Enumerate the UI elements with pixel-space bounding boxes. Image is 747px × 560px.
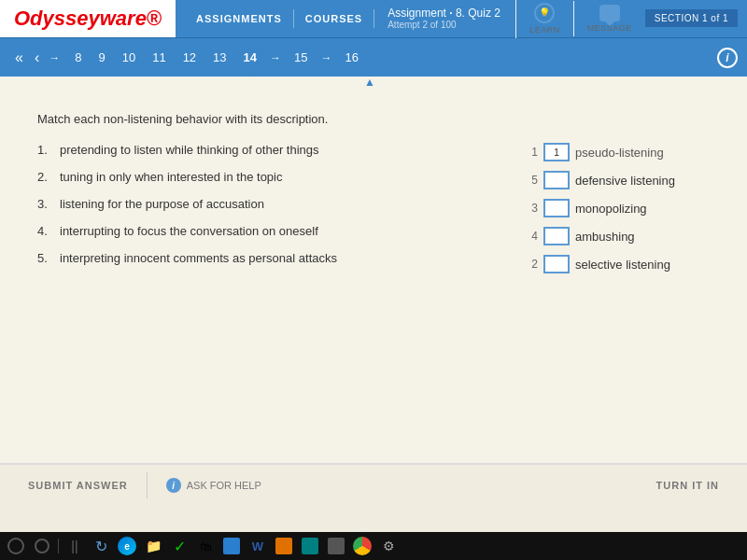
blue-app-icon (223, 538, 240, 554)
store-icon: 🛍 (200, 539, 212, 553)
main-content: Match each non-listening behavior with i… (0, 90, 747, 463)
left-column: 1. pretending to listen while thinking o… (37, 143, 467, 278)
arrow-15: → (266, 51, 285, 64)
word-icon: W (252, 539, 263, 553)
learn-icon: 💡 (534, 3, 555, 23)
match-label-2: monopolizing (575, 202, 647, 216)
message-button[interactable]: MESSAGE (573, 1, 645, 36)
ask-for-help-button[interactable]: i ASK FOR HELP (166, 478, 261, 493)
chrome-icon (353, 537, 372, 555)
nav-assignments[interactable]: ASSIGNMENTS (185, 13, 293, 24)
arrow-8: → (45, 51, 63, 64)
page-15[interactable]: 15 (287, 49, 315, 66)
match-item-3: 4 ambushing (523, 227, 710, 245)
list-item: 4. interrupting to focus the conversatio… (37, 224, 467, 238)
refresh-icon: ↻ (95, 538, 107, 555)
page-10[interactable]: 10 (115, 49, 143, 66)
cortana-icon: || (71, 539, 78, 553)
match-container: 1. pretending to listen while thinking o… (37, 143, 710, 278)
pagination-bar: « ‹ → 8 9 10 11 12 13 14 → 15 → 16 i (0, 37, 747, 77)
bottom-divider (147, 472, 148, 498)
learn-button[interactable]: 💡 LEARN (515, 0, 573, 38)
turn-it-in-button[interactable]: TURN IT IN (656, 480, 719, 491)
assignment-attempt: Attempt 2 of 100 (388, 20, 500, 30)
edge-icon: e (118, 537, 136, 555)
settings-app[interactable]: ⚙ (378, 536, 399, 556)
check-icon: ✓ (174, 538, 186, 555)
match-box-0[interactable]: 1 (543, 143, 570, 161)
page-16[interactable]: 16 (338, 49, 366, 66)
teal-app-icon (302, 538, 318, 554)
nav-right: 💡 LEARN MESSAGE SECTION 1 of 1 (515, 0, 738, 38)
chrome-browser[interactable] (352, 536, 373, 556)
check-app[interactable]: ✓ (169, 536, 190, 556)
page-9[interactable]: 9 (91, 49, 112, 66)
match-label-3: ambushing (575, 230, 635, 244)
blue-app[interactable] (221, 536, 242, 556)
page-13[interactable]: 13 (205, 49, 233, 66)
match-box-4[interactable] (543, 255, 570, 273)
match-label-0: pseudo-listening (575, 146, 664, 160)
match-item-2: 3 monopolizing (523, 199, 710, 217)
bottom-bar: SUBMIT ANSWER i ASK FOR HELP TURN IT IN (0, 463, 747, 506)
refresh-button[interactable]: ↻ (91, 536, 111, 556)
arrow-16: → (317, 51, 336, 64)
list-item: 3. listening for the purpose of accusati… (37, 197, 467, 211)
match-box-3[interactable] (543, 227, 570, 245)
submit-answer-button[interactable]: SUBMIT ANSWER (28, 480, 128, 491)
list-item: 1. pretending to listen while thinking o… (37, 143, 467, 157)
app-8-icon (328, 538, 345, 554)
app-8[interactable] (326, 536, 346, 556)
assignment-info: Assignment · 8. Quiz 2 Attempt 2 of 100 (374, 7, 500, 30)
edge-browser[interactable]: e (117, 536, 137, 556)
first-page-button[interactable]: « (9, 49, 29, 66)
page-11[interactable]: 11 (145, 49, 173, 66)
section-badge: SECTION 1 of 1 (645, 9, 738, 27)
store-app[interactable]: 🛍 (195, 536, 216, 556)
prev-page-button[interactable]: ‹ (29, 49, 45, 66)
page-numbers: 8 9 10 11 12 13 14 → 15 → 16 (67, 49, 366, 66)
assignment-title: Assignment · 8. Quiz 2 (388, 7, 500, 20)
folder-icon: 📁 (146, 539, 162, 553)
cortana-button[interactable]: || (64, 536, 85, 556)
file-explorer[interactable]: 📁 (143, 536, 163, 556)
match-box-2[interactable] (543, 199, 570, 217)
info-icon[interactable]: i (717, 48, 738, 68)
logo: Odysseyware ® (0, 0, 176, 37)
gear-icon: ⚙ (383, 539, 395, 553)
start-button[interactable] (6, 536, 26, 556)
list-item: 5. interpreting innocent comments as per… (37, 251, 467, 265)
teal-app[interactable] (300, 536, 320, 556)
list-item: 2. tuning in only when interested in the… (37, 170, 467, 184)
ask-help-icon: i (166, 478, 181, 493)
message-icon (599, 5, 620, 21)
right-column: 1 1 pseudo-listening 5 defensive listeni… (523, 143, 710, 278)
page-14-current[interactable]: 14 (236, 49, 264, 66)
word-app[interactable]: W (247, 536, 268, 556)
match-item-4: 2 selective listening (523, 255, 710, 273)
match-label-4: selective listening (575, 258, 670, 272)
page-8[interactable]: 8 (67, 49, 89, 66)
search-taskbar[interactable] (32, 536, 52, 556)
ask-help-label: ASK FOR HELP (187, 480, 261, 491)
match-item-1: 5 defensive listening (523, 171, 710, 189)
orange-app[interactable] (274, 536, 294, 556)
taskbar-divider (58, 539, 59, 553)
logo-text: Odysseyware (14, 7, 147, 31)
orange-app-icon (275, 538, 292, 554)
match-box-1[interactable] (543, 171, 570, 189)
nav-courses[interactable]: COURSES (294, 13, 374, 24)
question-text: Match each non-listening behavior with i… (37, 112, 710, 126)
match-item-0: 1 1 pseudo-listening (523, 143, 710, 161)
windows-icon (7, 538, 24, 554)
search-circle-icon (35, 539, 49, 553)
taskbar: || ↻ e 📁 ✓ 🛍 W ⚙ (0, 532, 747, 560)
page-12[interactable]: 12 (176, 49, 204, 66)
match-label-1: defensive listening (575, 174, 675, 188)
